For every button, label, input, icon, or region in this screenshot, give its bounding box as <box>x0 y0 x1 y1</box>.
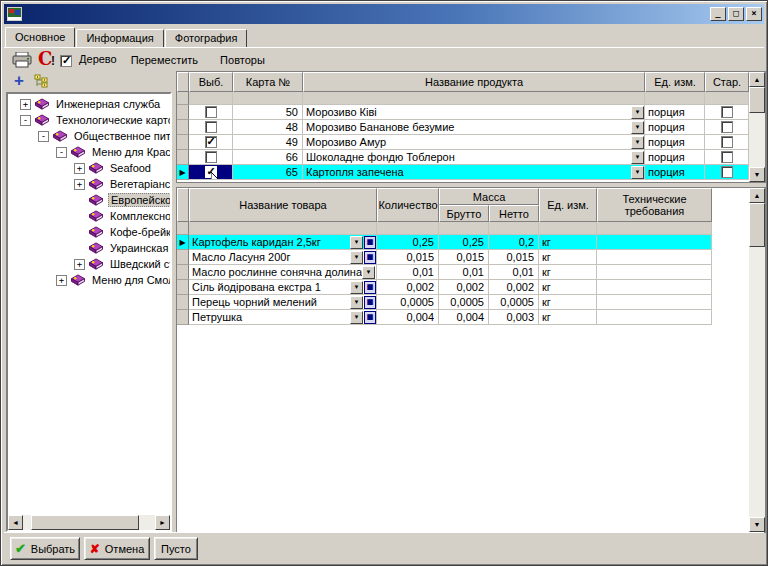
net-cell[interactable]: 0,0005 <box>489 295 539 310</box>
ingredient-name-cell[interactable]: Перець чорний мелений▼▦ <box>189 295 377 310</box>
ingredient-row[interactable]: Петрушка▼▦ 0,004 0,004 0,003 кг <box>177 310 712 325</box>
dropdown-icon[interactable]: ▼ <box>631 151 644 164</box>
focused-checkbox-cell[interactable] <box>189 165 233 180</box>
expand-icon[interactable]: + <box>56 275 67 286</box>
quantity-cell[interactable]: 0,004 <box>377 310 439 325</box>
tree-checkbox[interactable] <box>60 55 72 67</box>
ingredient-row[interactable]: Масло Ласуня 200г▼▦ 0,015 0,015 0,015 кг <box>177 250 712 265</box>
unit-cell[interactable]: кг <box>539 310 597 325</box>
tree-item[interactable]: + Инженерная служба <box>8 96 170 112</box>
scrollbar-thumb[interactable] <box>31 515 139 530</box>
header-gross[interactable]: Брутто <box>439 205 489 222</box>
header-old[interactable]: Стар. <box>705 72 749 92</box>
title-bar[interactable]: _ □ × <box>4 4 764 24</box>
dropdown-icon[interactable]: ▼ <box>350 281 363 294</box>
product-row[interactable]: 50 Морозиво Ківі▼ порция <box>177 105 749 120</box>
calc-icon[interactable]: ▦ <box>364 296 376 309</box>
tree-item[interactable]: Украинская кухня <box>8 240 170 256</box>
selected-checkbox[interactable] <box>205 136 217 148</box>
hierarchy-icon[interactable] <box>34 74 49 88</box>
add-icon[interactable]: + <box>14 74 24 88</box>
product-name-cell[interactable]: Морозиво Амур▼ <box>303 135 645 150</box>
old-checkbox[interactable] <box>721 106 733 118</box>
product-name-cell[interactable]: Картопля запечена▼ <box>303 165 645 180</box>
unit-cell[interactable]: порция <box>645 105 705 120</box>
calc-icon[interactable]: ▦ <box>364 281 376 294</box>
product-name-cell[interactable]: Морозиво Бананове безумие▼ <box>303 120 645 135</box>
tree-item[interactable]: - Общественное питание <box>8 128 170 144</box>
ingredient-name-cell[interactable]: Сіль йодірована екстра 1▼▦ <box>189 280 377 295</box>
expand-icon[interactable]: + <box>20 99 31 110</box>
print-icon[interactable] <box>12 52 32 68</box>
expand-icon[interactable]: + <box>74 179 85 190</box>
tree-item[interactable]: - Меню для Краснозвёз <box>8 144 170 160</box>
dropdown-icon[interactable]: ▼ <box>631 121 644 134</box>
card-no-cell[interactable]: 66 <box>233 150 303 165</box>
ingredient-row[interactable]: Масло рослинне сонячна долина▼▦ 0,01 0,0… <box>177 265 712 280</box>
maximize-button[interactable]: □ <box>728 7 744 21</box>
ingredient-row-selected[interactable]: ▶ Картофель каридан 2,5кг▼▦ 0,25 0,25 0,… <box>177 235 712 250</box>
ingredient-name-cell[interactable]: Петрушка▼▦ <box>189 310 377 325</box>
header-card-no[interactable]: Карта № <box>233 72 303 92</box>
calc-icon[interactable]: ▦ <box>364 236 376 249</box>
header-product-name[interactable]: Название продукта <box>303 72 645 92</box>
scroll-up-icon[interactable]: ▲ <box>749 72 765 87</box>
tech-cell[interactable] <box>597 235 712 250</box>
net-cell[interactable]: 0,015 <box>489 250 539 265</box>
selected-checkbox[interactable] <box>205 151 217 163</box>
header-ingredient-name[interactable]: Название товара <box>189 188 377 222</box>
tech-cell[interactable] <box>597 310 712 325</box>
selected-checkbox[interactable] <box>205 106 217 118</box>
dropdown-icon[interactable]: ▼ <box>631 136 644 149</box>
unit-cell[interactable]: порция <box>645 135 705 150</box>
net-cell[interactable]: 0,2 <box>489 235 539 250</box>
tree-item[interactable]: + Seafood <box>8 160 170 176</box>
tree-item[interactable]: + Шведский стол <box>8 256 170 272</box>
expand-icon[interactable]: + <box>74 259 85 270</box>
card-no-cell[interactable]: 48 <box>233 120 303 135</box>
scroll-down-icon[interactable]: ▼ <box>749 517 765 532</box>
ingredient-row[interactable]: Сіль йодірована екстра 1▼▦ 0,002 0,002 0… <box>177 280 712 295</box>
dropdown-icon[interactable]: ▼ <box>350 296 363 309</box>
unit-cell[interactable]: кг <box>539 295 597 310</box>
unit-cell[interactable]: кг <box>539 265 597 280</box>
tech-cell[interactable] <box>597 250 712 265</box>
dropdown-icon[interactable]: ▼ <box>362 266 375 279</box>
unit-cell[interactable]: порция <box>645 165 705 180</box>
scrollbar-track[interactable] <box>23 515 155 530</box>
ingredient-name-cell[interactable]: Масло рослинне сонячна долина▼▦ <box>189 265 377 280</box>
repeats-button[interactable]: Повторы <box>212 52 273 68</box>
tree-item[interactable]: Кофе-брейк <box>8 224 170 240</box>
header-quantity[interactable]: Количество <box>377 188 439 222</box>
gross-cell[interactable]: 0,004 <box>439 310 489 325</box>
collapse-icon[interactable]: - <box>56 147 67 158</box>
dropdown-icon[interactable]: ▼ <box>631 106 644 119</box>
dropdown-icon[interactable]: ▼ <box>350 251 363 264</box>
close-button[interactable]: × <box>746 7 762 21</box>
tree-toggle[interactable]: Дерево <box>60 53 117 66</box>
old-checkbox[interactable] <box>721 136 733 148</box>
ingredients-vertical-scrollbar[interactable]: ▲ ▼ <box>749 188 765 532</box>
gross-cell[interactable]: 0,25 <box>439 235 489 250</box>
collapse-icon[interactable]: - <box>38 131 49 142</box>
tech-cell[interactable] <box>597 265 712 280</box>
scroll-up-icon[interactable]: ▲ <box>749 188 765 203</box>
tab-main[interactable]: Основное <box>5 27 75 47</box>
product-name-cell[interactable]: Шоколадне фондю Тоблерон▼ <box>303 150 645 165</box>
calc-icon[interactable]: ▦ <box>364 311 376 324</box>
scrollbar-thumb[interactable] <box>749 87 765 113</box>
empty-button[interactable]: Пусто <box>154 537 198 560</box>
gross-cell[interactable]: 0,0005 <box>439 295 489 310</box>
quantity-cell[interactable]: 0,015 <box>377 250 439 265</box>
card-no-cell[interactable]: 65 <box>233 165 303 180</box>
product-row[interactable]: 48 Морозиво Бананове безумие▼ порция <box>177 120 749 135</box>
old-checkbox[interactable] <box>721 166 733 178</box>
old-checkbox[interactable] <box>721 151 733 163</box>
product-name-cell[interactable]: Морозиво Ківі▼ <box>303 105 645 120</box>
header-selected[interactable]: Выб. <box>189 72 233 92</box>
tech-cell[interactable] <box>597 295 712 310</box>
calc-icon[interactable]: ▦ <box>364 251 376 264</box>
scroll-right-icon[interactable]: ► <box>155 515 170 530</box>
cancel-button[interactable]: ✘ Отмена <box>84 537 150 560</box>
ingredient-row[interactable]: Перець чорний мелений▼▦ 0,0005 0,0005 0,… <box>177 295 712 310</box>
